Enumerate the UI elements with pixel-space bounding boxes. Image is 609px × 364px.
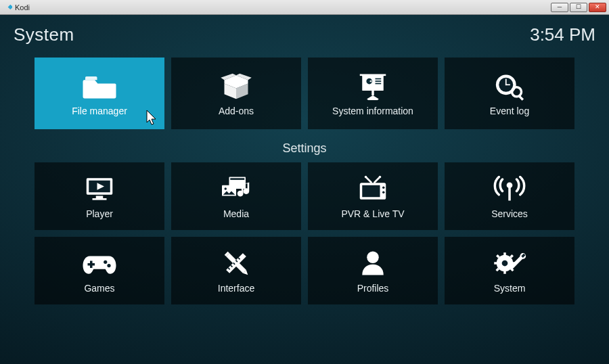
media-library-icon: [217, 173, 255, 204]
kodi-client: System 3:54 PM File manager: [0, 15, 609, 364]
window-titlebar: Kodi ─ ☐ ✕: [0, 0, 609, 15]
svg-rect-5: [376, 78, 382, 80]
svg-point-12: [512, 87, 522, 97]
svg-rect-6: [376, 81, 382, 82]
svg-point-23: [379, 176, 382, 179]
clock: 3:54 PM: [530, 24, 595, 45]
tile-label: Player: [86, 208, 113, 219]
tile-label: Games: [84, 283, 114, 294]
settings-row-1: Player Media: [0, 162, 609, 230]
tile-label: System: [494, 283, 526, 294]
svg-point-42: [367, 252, 379, 264]
tile-player[interactable]: Player: [35, 162, 164, 230]
tile-profiles[interactable]: Profiles: [308, 237, 438, 304]
broadcast-antenna-icon: [491, 173, 528, 204]
clock-search-icon: [491, 70, 528, 101]
header: System 3:54 PM: [0, 15, 609, 45]
tile-label: Interface: [218, 283, 254, 294]
window-minimize-button[interactable]: ─: [551, 3, 568, 12]
gamepad-icon: [81, 248, 118, 279]
tile-label: System information: [332, 106, 413, 116]
svg-point-22: [365, 176, 367, 179]
player-monitor-icon: [81, 173, 118, 204]
tile-label: Media: [223, 208, 249, 219]
page-title: System: [14, 24, 74, 45]
tile-label: PVR & Live TV: [341, 208, 404, 219]
tile-system[interactable]: System: [445, 237, 574, 304]
svg-rect-3: [371, 91, 374, 95]
window-title: Kodi: [15, 3, 30, 12]
tile-add-ons[interactable]: Add-ons: [171, 58, 301, 129]
svg-rect-45: [503, 252, 506, 256]
svg-rect-25: [362, 185, 380, 198]
pencil-ruler-icon: [217, 248, 255, 279]
svg-point-28: [507, 182, 513, 188]
window-close-button[interactable]: ✕: [589, 3, 606, 12]
tile-interface[interactable]: Interface: [171, 237, 301, 304]
window-maximize-button[interactable]: ☐: [570, 3, 587, 12]
svg-point-27: [382, 191, 385, 194]
tile-label: Services: [491, 208, 528, 219]
svg-rect-47: [494, 262, 497, 265]
tile-services[interactable]: Services: [445, 162, 574, 230]
svg-rect-16: [96, 196, 104, 199]
svg-point-26: [382, 187, 385, 189]
svg-rect-11: [505, 84, 510, 85]
svg-rect-17: [93, 198, 107, 200]
svg-rect-46: [503, 271, 506, 274]
svg-rect-19: [230, 178, 244, 180]
tile-label: Profiles: [357, 283, 389, 294]
svg-point-33: [107, 264, 110, 267]
tile-system-information[interactable]: System information: [308, 58, 438, 129]
tile-games[interactable]: Games: [35, 237, 164, 304]
svg-point-21: [225, 187, 227, 190]
svg-rect-2: [360, 74, 386, 76]
tile-event-log[interactable]: Event log: [445, 58, 574, 129]
top-tiles-row: File manager Add-ons: [0, 58, 609, 129]
gear-wrench-icon: [491, 248, 528, 279]
svg-point-44: [502, 260, 508, 267]
user-profile-icon: [354, 248, 392, 279]
svg-rect-7: [376, 83, 382, 85]
svg-rect-31: [88, 263, 95, 266]
folder-icon: [81, 70, 118, 101]
tile-media[interactable]: Media: [171, 162, 301, 230]
settings-row-2: Games: [0, 237, 609, 304]
presentation-icon: [354, 70, 392, 101]
tv-antenna-icon: [354, 173, 392, 204]
tile-label: File manager: [72, 106, 127, 116]
open-box-icon: [217, 70, 255, 101]
settings-section-label: Settings: [0, 141, 609, 156]
tile-label: Event log: [490, 106, 529, 116]
tile-pvr[interactable]: PVR & Live TV: [308, 162, 438, 230]
svg-rect-29: [508, 187, 511, 200]
tile-label: Add-ons: [219, 106, 254, 116]
svg-point-32: [104, 260, 107, 264]
tile-file-manager[interactable]: File manager: [35, 58, 164, 129]
svg-rect-0: [8, 4, 12, 9]
kodi-app-icon: [3, 3, 12, 12]
